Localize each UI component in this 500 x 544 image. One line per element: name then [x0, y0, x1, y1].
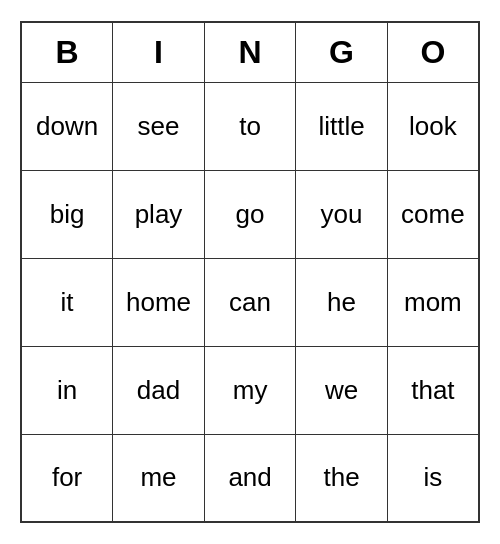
bingo-cell-1-1: play — [113, 170, 205, 258]
bingo-cell-0-0: down — [21, 82, 113, 170]
bingo-header-row: B I N G O — [21, 22, 479, 82]
bingo-cell-2-0: it — [21, 258, 113, 346]
bingo-card: B I N G O downseetolittlelookbigplaygoyo… — [20, 21, 480, 523]
bingo-cell-4-0: for — [21, 434, 113, 522]
bingo-cell-3-0: in — [21, 346, 113, 434]
bingo-cell-3-2: my — [204, 346, 295, 434]
bingo-cell-1-3: you — [296, 170, 387, 258]
bingo-cell-3-4: that — [387, 346, 479, 434]
bingo-row-4: formeandtheis — [21, 434, 479, 522]
bingo-cell-3-1: dad — [113, 346, 205, 434]
bingo-cell-4-4: is — [387, 434, 479, 522]
header-i: I — [113, 22, 205, 82]
bingo-cell-1-0: big — [21, 170, 113, 258]
bingo-cell-1-2: go — [204, 170, 295, 258]
bingo-cell-4-1: me — [113, 434, 205, 522]
header-g: G — [296, 22, 387, 82]
bingo-cell-2-2: can — [204, 258, 295, 346]
bingo-cell-4-2: and — [204, 434, 295, 522]
bingo-cell-0-3: little — [296, 82, 387, 170]
bingo-row-2: ithomecanhemom — [21, 258, 479, 346]
bingo-row-1: bigplaygoyoucome — [21, 170, 479, 258]
bingo-cell-0-1: see — [113, 82, 205, 170]
bingo-cell-0-4: look — [387, 82, 479, 170]
bingo-cell-2-4: mom — [387, 258, 479, 346]
bingo-cell-0-2: to — [204, 82, 295, 170]
bingo-cell-1-4: come — [387, 170, 479, 258]
bingo-row-0: downseetolittlelook — [21, 82, 479, 170]
bingo-cell-2-3: he — [296, 258, 387, 346]
bingo-cell-3-3: we — [296, 346, 387, 434]
bingo-cell-4-3: the — [296, 434, 387, 522]
bingo-cell-2-1: home — [113, 258, 205, 346]
bingo-row-3: indadmywethat — [21, 346, 479, 434]
header-n: N — [204, 22, 295, 82]
header-o: O — [387, 22, 479, 82]
header-b: B — [21, 22, 113, 82]
